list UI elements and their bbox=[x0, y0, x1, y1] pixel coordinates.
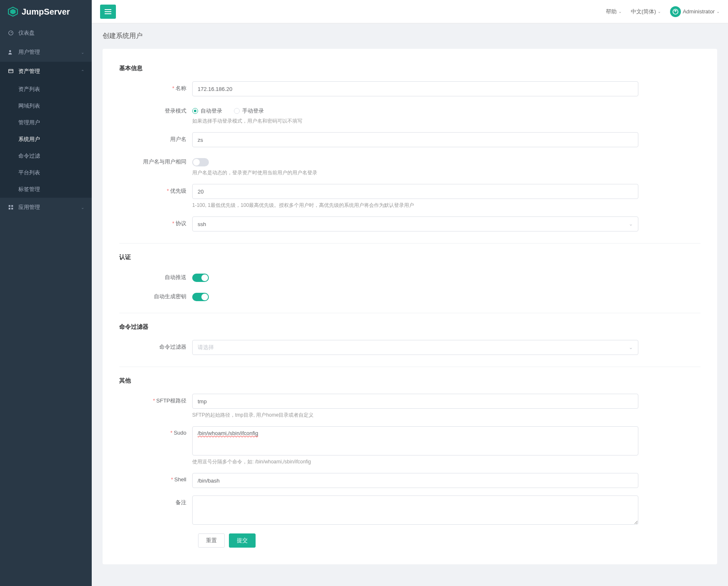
label-cmd-filter: 命令过滤器 bbox=[119, 340, 192, 351]
label-sftp-root: *SFTP根路径 bbox=[119, 394, 192, 405]
sftp-root-input[interactable] bbox=[192, 394, 638, 409]
label-protocol: *协议 bbox=[119, 216, 192, 227]
name-input[interactable] bbox=[192, 81, 638, 96]
nav-label: 资产管理 bbox=[18, 68, 40, 75]
topbar: 帮助⌄ 中文(简体)⌄ Administrator⌄ bbox=[92, 0, 728, 23]
chevron-down-icon: ⌄ bbox=[629, 345, 633, 350]
radio-auto-login[interactable]: 自动登录 bbox=[192, 107, 222, 115]
svg-rect-8 bbox=[9, 208, 10, 209]
asset-icon bbox=[8, 68, 14, 75]
dashboard-icon bbox=[8, 30, 14, 36]
username-same-switch[interactable] bbox=[192, 158, 209, 166]
help-username-same: 用户名是动态的，登录资产时使用当前用户的用户名登录 bbox=[192, 169, 638, 176]
logo-icon bbox=[8, 6, 18, 17]
chevron-down-icon: ⌄ bbox=[629, 221, 633, 227]
label-shell: *Shell bbox=[119, 473, 192, 483]
subnav-cmd-filter[interactable]: 命令过滤 bbox=[0, 148, 92, 164]
user-menu[interactable]: Administrator⌄ bbox=[670, 6, 720, 17]
section-cmd-filter: 命令过滤器 bbox=[119, 323, 700, 331]
reset-button[interactable]: 重置 bbox=[198, 533, 225, 548]
svg-rect-7 bbox=[11, 205, 13, 207]
svg-marker-1 bbox=[10, 9, 16, 15]
shell-input[interactable] bbox=[192, 473, 638, 488]
sidebar: JumpServer 仪表盘 用户管理 ⌄ 资产管理 ⌃ bbox=[0, 0, 92, 586]
nav-app-mgmt[interactable]: 应用管理 ⌄ bbox=[0, 198, 92, 217]
cmd-filter-select[interactable]: 请选择 ⌄ bbox=[192, 340, 638, 355]
svg-rect-4 bbox=[9, 69, 13, 73]
svg-point-3 bbox=[9, 50, 11, 52]
chevron-down-icon: ⌄ bbox=[716, 9, 720, 14]
chevron-up-icon: ⌃ bbox=[81, 69, 84, 74]
subnav-asset-list[interactable]: 资产列表 bbox=[0, 81, 92, 98]
priority-input[interactable] bbox=[192, 184, 638, 199]
nav-dashboard[interactable]: 仪表盘 bbox=[0, 23, 92, 43]
label-username: 用户名 bbox=[119, 132, 192, 143]
nav-user-mgmt[interactable]: 用户管理 ⌄ bbox=[0, 43, 92, 62]
nav-label: 应用管理 bbox=[18, 204, 40, 211]
label-sudo: *Sudo bbox=[119, 426, 192, 436]
subnav-platform-list[interactable]: 平台列表 bbox=[0, 164, 92, 181]
chevron-down-icon: ⌄ bbox=[81, 205, 84, 210]
users-icon bbox=[8, 49, 14, 55]
sudo-textarea[interactable]: /bin/whoami,/sbin/ifconfig bbox=[192, 426, 638, 455]
label-priority: *优先级 bbox=[119, 184, 192, 195]
svg-rect-9 bbox=[11, 208, 13, 209]
help-priority: 1-100, 1最低优先级，100最高优先级。授权多个用户时，高优先级的系统用户… bbox=[192, 201, 638, 209]
nav-label: 用户管理 bbox=[18, 48, 40, 56]
help-login-mode: 如果选择手动登录模式，用户名和密码可以不填写 bbox=[192, 117, 638, 125]
label-login-mode: 登录模式 bbox=[119, 104, 192, 115]
nav-asset-mgmt[interactable]: 资产管理 ⌃ bbox=[0, 62, 92, 81]
nav-label: 仪表盘 bbox=[18, 29, 84, 37]
label-auto-gen-key: 自动生成密钥 bbox=[119, 289, 192, 300]
divider bbox=[119, 367, 700, 367]
label-auto-push: 自动推送 bbox=[119, 270, 192, 281]
logo-text: JumpServer bbox=[22, 7, 70, 17]
section-basic: 基本信息 bbox=[119, 65, 700, 72]
subnav-admin-user[interactable]: 管理用户 bbox=[0, 114, 92, 131]
divider bbox=[119, 313, 700, 313]
svg-rect-6 bbox=[9, 205, 10, 207]
auto-gen-key-switch[interactable] bbox=[192, 293, 209, 301]
comment-textarea[interactable] bbox=[192, 495, 638, 525]
sidebar-toggle-button[interactable] bbox=[100, 5, 116, 19]
form-card: 基本信息 *名称 登录模式 自动登录 手动登录 如果选择手动登录模式，用户名和密… bbox=[103, 49, 717, 564]
radio-icon bbox=[192, 108, 198, 114]
avatar bbox=[670, 6, 681, 17]
grid-icon bbox=[8, 204, 14, 211]
help-sudo: 使用逗号分隔多个命令，如: /bin/whoami,/sbin/ifconfig bbox=[192, 458, 638, 465]
chevron-down-icon: ⌄ bbox=[658, 9, 661, 14]
submit-button[interactable]: 提交 bbox=[229, 533, 256, 548]
help-sftp-root: SFTP的起始路径，tmp目录, 用户home目录或者自定义 bbox=[192, 411, 638, 419]
label-name: *名称 bbox=[119, 81, 192, 92]
section-auth: 认证 bbox=[119, 254, 700, 261]
language-menu[interactable]: 中文(简体)⌄ bbox=[631, 8, 661, 15]
chevron-down-icon: ⌄ bbox=[618, 9, 622, 14]
radio-manual-login[interactable]: 手动登录 bbox=[234, 107, 264, 115]
auto-push-switch[interactable] bbox=[192, 274, 209, 282]
page-title: 创建系统用户 bbox=[92, 23, 728, 49]
radio-icon bbox=[234, 108, 240, 114]
subnav-system-user[interactable]: 系统用户 bbox=[0, 131, 92, 148]
username-input[interactable] bbox=[192, 132, 638, 147]
subnav-domain-list[interactable]: 网域列表 bbox=[0, 98, 92, 114]
label-username-same: 用户名与用户相同 bbox=[119, 155, 192, 166]
subnav-label-mgmt[interactable]: 标签管理 bbox=[0, 181, 92, 198]
divider bbox=[119, 243, 700, 244]
help-menu[interactable]: 帮助⌄ bbox=[606, 8, 622, 15]
label-comment: 备注 bbox=[119, 495, 192, 506]
hamburger-icon bbox=[105, 9, 111, 14]
logo[interactable]: JumpServer bbox=[0, 0, 92, 23]
protocol-select[interactable]: ssh ⌄ bbox=[192, 216, 638, 231]
section-other: 其他 bbox=[119, 377, 700, 385]
chevron-down-icon: ⌄ bbox=[81, 50, 84, 55]
